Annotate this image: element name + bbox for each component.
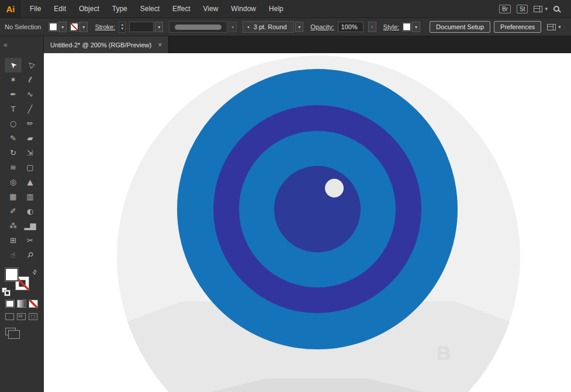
control-bar: No Selection ▾ ▾ Stroke: ▴ ▾ ▾ ▾ • xyxy=(0,18,571,36)
color-button[interactable] xyxy=(5,300,15,308)
gradient-tool[interactable]: ▥ xyxy=(22,189,39,204)
scale-tool[interactable]: ⇲ xyxy=(22,145,39,160)
zoom-tool[interactable]: ⚲ xyxy=(22,248,39,262)
blend-tool[interactable]: ◐ xyxy=(22,204,39,218)
canvas[interactable]: B xyxy=(44,53,571,392)
magic-wand-icon: ✶ xyxy=(10,76,16,84)
free-transform-tool[interactable]: ▢ xyxy=(22,160,39,175)
stroke-weight-combo[interactable]: ▾ xyxy=(129,22,163,32)
menu-select[interactable]: Select xyxy=(134,0,166,18)
column-graph-tool[interactable]: ▂▆ xyxy=(22,218,39,233)
stock-search-icon[interactable] xyxy=(553,6,559,12)
ellipse-tool[interactable]: ○ xyxy=(5,116,22,131)
document-setup-button[interactable]: Document Setup xyxy=(430,21,490,33)
color-type-row xyxy=(0,297,43,308)
magic-wand-tool[interactable]: ✶ xyxy=(5,72,22,87)
width-icon: ≋ xyxy=(10,164,16,171)
zoom-icon: ⚲ xyxy=(26,251,35,260)
menu-type[interactable]: Type xyxy=(106,0,134,18)
opacity-input[interactable]: 100% xyxy=(338,22,364,32)
width-tool[interactable]: ≋ xyxy=(5,160,22,175)
stock-button[interactable]: St xyxy=(517,5,528,13)
paintbrush-tool[interactable]: ✏ xyxy=(22,116,39,131)
workspace-switcher[interactable]: ▾ xyxy=(534,6,548,12)
shape-builder-tool[interactable]: ◎ xyxy=(5,175,22,189)
stroke-color-dropdown[interactable]: ▾ xyxy=(70,22,88,32)
pencil-tool[interactable]: ✎ xyxy=(5,131,22,145)
slice-tool[interactable]: ✂ xyxy=(22,233,39,248)
menu-view[interactable]: View xyxy=(197,0,225,18)
webcam-lens-center[interactable] xyxy=(274,166,361,252)
selection-cursor-icon: ➤ xyxy=(8,60,18,70)
menu-help[interactable]: Help xyxy=(262,0,290,18)
stroke-weight-label[interactable]: Stroke: xyxy=(95,23,115,30)
style-label[interactable]: Style: xyxy=(383,23,400,30)
stroke-profile-well: • 3 pt. Round xyxy=(243,21,294,33)
curvature-tool[interactable]: ∿ xyxy=(22,87,39,102)
collapse-panel-icon[interactable]: « xyxy=(4,41,8,49)
hand-icon: ☝ xyxy=(11,251,16,259)
draw-mode-row xyxy=(0,308,43,320)
menu-window[interactable]: Window xyxy=(224,0,262,18)
menu-object[interactable]: Object xyxy=(72,0,106,18)
artboard-icon: ⊞ xyxy=(10,237,16,244)
draw-inside-button[interactable] xyxy=(29,313,37,320)
selection-status: No Selection xyxy=(5,23,41,30)
menu-effect[interactable]: Effect xyxy=(166,0,196,18)
bridge-button[interactable]: Br xyxy=(499,5,511,13)
document-tab[interactable]: Untitled-2* @ 200% (RGB/Preview) × xyxy=(44,36,169,53)
perspective-grid-tool[interactable]: ▲ xyxy=(22,175,39,189)
arrange-documents-button[interactable]: ▾ xyxy=(547,24,561,30)
curvature-icon: ∿ xyxy=(27,91,33,98)
mesh-tool[interactable]: ▦ xyxy=(5,189,22,204)
style-dropdown[interactable]: ▾ xyxy=(403,22,420,32)
lens-highlight-dot[interactable] xyxy=(325,179,344,197)
fill-color-dropdown[interactable]: ▾ xyxy=(49,22,67,32)
menubar-right-cluster: Br St ▾ xyxy=(499,5,571,13)
stroke-weight-stepper[interactable]: ▴ ▾ xyxy=(119,22,126,33)
watermark-text: B xyxy=(437,342,451,365)
stroke-profile-dropdown[interactable]: • 3 pt. Round ▾ xyxy=(243,21,303,33)
direct-selection-tool[interactable]: ▷ xyxy=(22,58,39,72)
tab-bar-empty-area xyxy=(169,36,571,53)
swap-fill-stroke-icon[interactable]: ⇄ xyxy=(30,268,39,276)
none-button[interactable] xyxy=(29,300,38,308)
change-screen-mode-icon[interactable] xyxy=(5,328,16,335)
fill-indicator[interactable] xyxy=(5,268,18,281)
brush-definition-dropdown[interactable]: ▾ xyxy=(169,21,237,33)
default-stroke-mini-icon xyxy=(5,290,10,296)
panel-collapse-strip: « xyxy=(0,36,44,53)
gradient-button[interactable] xyxy=(17,300,26,308)
slice-icon: ✂ xyxy=(27,237,33,244)
rotate-tool[interactable]: ↻ xyxy=(5,145,22,160)
type-icon: T xyxy=(11,105,16,113)
menu-file[interactable]: File xyxy=(23,0,47,18)
eraser-tool[interactable]: ▰ xyxy=(22,131,39,145)
shape-builder-icon: ◎ xyxy=(10,178,16,186)
menu-list: FileEditObjectTypeSelectEffectViewWindow… xyxy=(23,0,290,18)
fill-stroke-indicator: ⇄ xyxy=(0,268,43,297)
type-tool[interactable]: T xyxy=(5,102,22,116)
opacity-label[interactable]: Opacity: xyxy=(310,23,334,30)
selection-tool[interactable]: ➤ xyxy=(5,58,22,72)
line-segment-tool[interactable]: ╱ xyxy=(22,102,39,116)
preferences-button[interactable]: Preferences xyxy=(494,21,541,33)
symbol-sprayer-icon: ⁂ xyxy=(9,222,17,230)
symbol-sprayer-tool[interactable]: ⁂ xyxy=(5,218,22,233)
draw-behind-button[interactable] xyxy=(17,313,26,320)
eyedropper-tool[interactable]: ✐ xyxy=(5,204,22,218)
hand-tool[interactable]: ☝ xyxy=(5,248,22,262)
basic-brush-preview xyxy=(175,25,222,30)
opacity-options-button[interactable]: › xyxy=(368,22,376,32)
tool-list: ➤▷✶ℓ✒∿T╱○✏✎▰↻⇲≋▢◎▲▦▥✐◐⁂▂▆⊞✂☝⚲ xyxy=(0,53,43,262)
arrange-documents-icon xyxy=(547,24,556,30)
style-swatch xyxy=(403,23,411,31)
artboard-tool[interactable]: ⊞ xyxy=(5,233,22,248)
pen-tool[interactable]: ✒ xyxy=(5,87,22,102)
draw-normal-button[interactable] xyxy=(5,313,14,320)
menu-edit[interactable]: Edit xyxy=(47,0,72,18)
direct-selection-cursor-icon: ▷ xyxy=(25,60,34,70)
lasso-tool[interactable]: ℓ xyxy=(22,72,39,87)
stroke-profile-value: 3 pt. Round xyxy=(254,23,287,30)
close-tab-icon[interactable]: × xyxy=(158,41,162,49)
